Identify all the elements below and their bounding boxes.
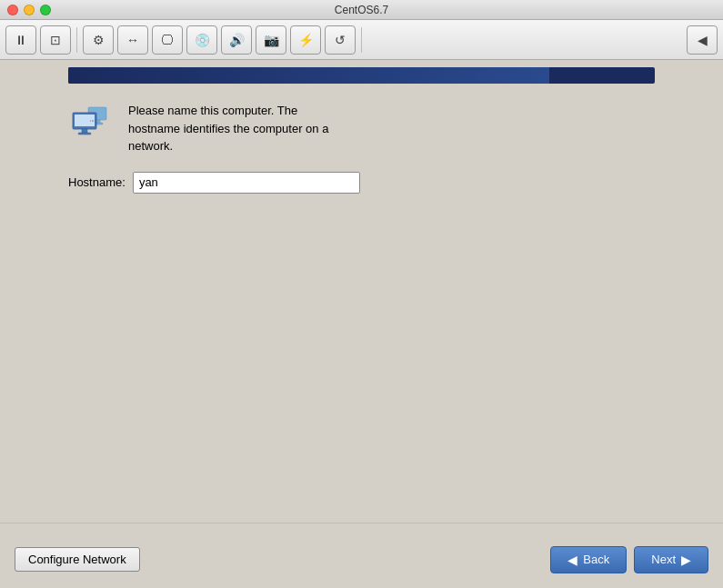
nav-buttons: ◀ Back Next ▶ xyxy=(550,546,708,573)
screenshot-icon: ⊡ xyxy=(50,33,61,47)
screenshot-button[interactable]: ⊡ xyxy=(40,25,71,55)
close-button[interactable] xyxy=(7,5,18,15)
audio-icon: 🔊 xyxy=(229,33,245,47)
display-icon: 🖵 xyxy=(161,33,174,47)
next-button[interactable]: Next ▶ xyxy=(634,546,708,573)
description-line3: network. xyxy=(128,139,173,153)
next-label: Next xyxy=(651,553,676,566)
main-content: Please name this computer. The hostname … xyxy=(0,91,723,194)
network-computers-icon xyxy=(68,102,114,147)
pause-button[interactable]: ⏸ xyxy=(5,25,36,55)
progress-bar-container xyxy=(68,67,655,84)
hostname-label: Hostname: xyxy=(68,175,126,189)
back-button[interactable]: ◀ Back xyxy=(550,546,627,573)
usb-button[interactable]: ⚡ xyxy=(290,25,321,55)
network-button[interactable]: ↔ xyxy=(117,25,148,55)
window-title: CentOS6.7 xyxy=(335,4,388,16)
toolbar: ⏸ ⊡ ⚙ ↔ 🖵 💿 🔊 📷 ⚡ ↺ ◀ xyxy=(0,20,723,60)
configure-network-button[interactable]: Configure Network xyxy=(15,547,140,572)
settings-button[interactable]: ⚙ xyxy=(83,25,114,55)
hostname-input[interactable] xyxy=(133,172,360,194)
camera-icon: 📷 xyxy=(264,33,279,47)
maximize-button[interactable] xyxy=(40,5,51,15)
description-line2: hostname identifies the computer on a xyxy=(128,122,328,135)
network-toolbar-icon: ↔ xyxy=(126,33,139,47)
usb-icon: ⚡ xyxy=(298,33,314,47)
refresh-button[interactable]: ↺ xyxy=(325,25,356,55)
display-button[interactable]: 🖵 xyxy=(152,25,183,55)
intro-row: Please name this computer. The hostname … xyxy=(68,102,655,155)
back-toolbar-icon: ◀ xyxy=(698,33,708,47)
svg-rect-4 xyxy=(75,115,95,126)
refresh-icon: ↺ xyxy=(335,33,346,47)
disk-button[interactable]: 💿 xyxy=(186,25,217,55)
minimize-button[interactable] xyxy=(24,5,35,15)
progress-bar-fill xyxy=(68,67,549,84)
audio-button[interactable]: 🔊 xyxy=(221,25,252,55)
back-label: Back xyxy=(583,553,609,566)
hostname-row: Hostname: xyxy=(68,172,655,194)
back-toolbar-button[interactable]: ◀ xyxy=(687,25,718,55)
toolbar-separator-2 xyxy=(361,27,362,53)
toolbar-separator-1 xyxy=(76,27,77,53)
description-line1: Please name this computer. The xyxy=(128,104,297,117)
next-icon: ▶ xyxy=(681,553,691,567)
settings-icon: ⚙ xyxy=(93,33,105,47)
title-bar: CentOS6.7 xyxy=(0,0,723,20)
window-controls[interactable] xyxy=(7,5,51,15)
camera-button[interactable]: 📷 xyxy=(256,25,286,55)
pause-icon: ⏸ xyxy=(15,33,27,47)
back-icon: ◀ xyxy=(567,553,577,567)
content-wrapper: Please name this computer. The hostname … xyxy=(0,67,723,588)
svg-rect-6 xyxy=(78,133,91,135)
bottom-area: Configure Network ◀ Back Next ▶ xyxy=(0,523,723,588)
intro-text: Please name this computer. The hostname … xyxy=(128,102,328,155)
disk-icon: 💿 xyxy=(195,33,210,47)
svg-rect-5 xyxy=(82,129,87,133)
